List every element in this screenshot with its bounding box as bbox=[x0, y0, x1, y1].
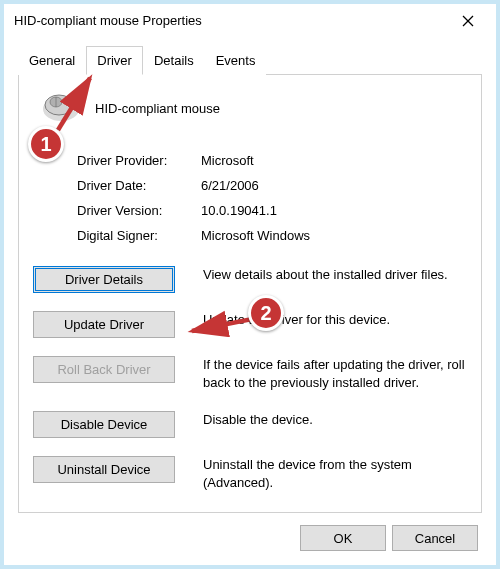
date-value: 6/21/2006 bbox=[201, 178, 259, 193]
version-label: Driver Version: bbox=[77, 203, 201, 218]
device-name: HID-compliant mouse bbox=[95, 101, 220, 116]
driver-info: Driver Provider:Microsoft Driver Date:6/… bbox=[77, 148, 467, 248]
mouse-icon bbox=[39, 89, 83, 128]
tab-details[interactable]: Details bbox=[143, 46, 205, 75]
driver-details-description: View details about the installed driver … bbox=[203, 266, 467, 284]
device-header: HID-compliant mouse bbox=[33, 89, 467, 142]
rollback-driver-description: If the device fails after updating the d… bbox=[203, 356, 467, 392]
tab-bar: General Driver Details Events bbox=[18, 45, 482, 75]
close-button[interactable] bbox=[450, 7, 486, 35]
update-driver-button[interactable]: Update Driver bbox=[33, 311, 175, 338]
window-title: HID-compliant mouse Properties bbox=[14, 13, 202, 28]
dialog-footer: OK Cancel bbox=[18, 513, 482, 551]
tab-events[interactable]: Events bbox=[205, 46, 267, 75]
signer-label: Digital Signer: bbox=[77, 228, 201, 243]
update-driver-description: Update the driver for this device. bbox=[203, 311, 467, 329]
uninstall-device-button[interactable]: Uninstall Device bbox=[33, 456, 175, 483]
ok-button[interactable]: OK bbox=[300, 525, 386, 551]
tab-driver[interactable]: Driver bbox=[86, 46, 143, 75]
version-value: 10.0.19041.1 bbox=[201, 203, 277, 218]
tab-general[interactable]: General bbox=[18, 46, 86, 75]
cancel-button[interactable]: Cancel bbox=[392, 525, 478, 551]
close-icon bbox=[462, 15, 474, 27]
dialog-content: General Driver Details Events HID-compli… bbox=[4, 37, 496, 565]
provider-value: Microsoft bbox=[201, 153, 254, 168]
tab-panel: HID-compliant mouse Driver Provider:Micr… bbox=[18, 75, 482, 513]
disable-device-button[interactable]: Disable Device bbox=[33, 411, 175, 438]
disable-device-description: Disable the device. bbox=[203, 411, 467, 429]
date-label: Driver Date: bbox=[77, 178, 201, 193]
rollback-driver-button: Roll Back Driver bbox=[33, 356, 175, 383]
driver-details-button[interactable]: Driver Details bbox=[33, 266, 175, 293]
uninstall-device-description: Uninstall the device from the system (Ad… bbox=[203, 456, 467, 492]
provider-label: Driver Provider: bbox=[77, 153, 201, 168]
properties-dialog: HID-compliant mouse Properties General D… bbox=[0, 0, 500, 569]
signer-value: Microsoft Windows bbox=[201, 228, 310, 243]
title-bar: HID-compliant mouse Properties bbox=[4, 4, 496, 37]
